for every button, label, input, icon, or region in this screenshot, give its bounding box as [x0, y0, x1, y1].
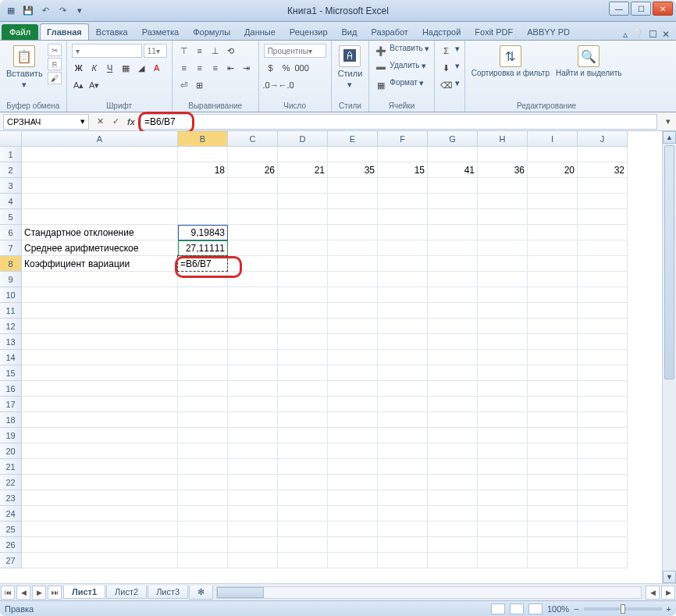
normal-view-button[interactable] — [491, 604, 505, 614]
grid[interactable]: A B C D E F G H I J — [0, 131, 676, 147]
cell[interactable] — [578, 553, 628, 568]
cell[interactable] — [278, 490, 328, 506]
cell[interactable] — [378, 147, 428, 162]
cell[interactable] — [528, 319, 578, 334]
cell[interactable]: 18 — [178, 162, 228, 178]
cell[interactable] — [278, 350, 328, 365]
cell[interactable] — [278, 428, 328, 443]
hscroll-right-button[interactable]: ▶ — [661, 586, 675, 600]
tab-data[interactable]: Данные — [237, 23, 283, 40]
cell[interactable] — [578, 209, 628, 225]
cell[interactable] — [328, 506, 378, 522]
row-header-26[interactable]: 26 — [0, 537, 22, 553]
cell[interactable] — [178, 506, 228, 522]
cell[interactable] — [278, 334, 328, 350]
cell[interactable] — [22, 287, 178, 303]
help-icon[interactable]: ❔ — [632, 29, 644, 40]
cell[interactable] — [428, 459, 478, 475]
cell[interactable] — [378, 287, 428, 303]
cell[interactable] — [22, 350, 178, 365]
cut-button[interactable]: ✂ — [48, 44, 62, 56]
cell[interactable] — [22, 490, 178, 506]
cell[interactable] — [378, 397, 428, 412]
cell[interactable] — [428, 209, 478, 225]
font-family-select[interactable]: ▾ — [72, 44, 142, 58]
sort-filter-button[interactable]: ⇅ Сортировка и фильтр — [470, 44, 551, 79]
cell[interactable]: 15 — [378, 162, 428, 178]
cell[interactable] — [578, 194, 628, 209]
cell[interactable] — [328, 178, 378, 194]
cell[interactable] — [228, 443, 278, 459]
cell[interactable] — [278, 459, 328, 475]
enter-formula-button[interactable]: ✓ — [108, 114, 123, 130]
cell[interactable] — [22, 537, 178, 553]
next-sheet-button[interactable]: ▶ — [32, 586, 46, 600]
cell[interactable] — [378, 240, 428, 256]
tab-home[interactable]: Главная — [40, 23, 89, 40]
cell[interactable] — [178, 443, 228, 459]
cell[interactable] — [528, 428, 578, 443]
cell[interactable] — [528, 381, 578, 397]
cell[interactable] — [328, 365, 378, 381]
row-header-2[interactable]: 2 — [0, 162, 22, 178]
cell[interactable] — [178, 365, 228, 381]
delete-cells-button[interactable]: ➖ — [374, 61, 388, 75]
col-header-B[interactable]: B — [178, 131, 228, 147]
cell[interactable] — [378, 506, 428, 522]
cell[interactable] — [278, 475, 328, 490]
cell[interactable]: 20 — [528, 162, 578, 178]
cell[interactable] — [378, 522, 428, 537]
cell[interactable] — [578, 287, 628, 303]
merge-button[interactable]: ⊞ — [193, 78, 207, 92]
cell[interactable] — [228, 365, 278, 381]
row-header-24[interactable]: 24 — [0, 506, 22, 522]
cell[interactable] — [328, 209, 378, 225]
cell[interactable] — [428, 443, 478, 459]
cell[interactable] — [528, 287, 578, 303]
fill-color-button[interactable]: ◢ — [134, 61, 148, 75]
cell[interactable] — [478, 490, 528, 506]
styles-button[interactable]: 🅰 Стили ▾ — [336, 44, 365, 91]
cell[interactable] — [428, 412, 478, 428]
cell[interactable] — [528, 553, 578, 568]
cell[interactable] — [178, 412, 228, 428]
cell[interactable] — [178, 553, 228, 568]
cell[interactable] — [228, 459, 278, 475]
cell[interactable] — [478, 319, 528, 334]
cell[interactable] — [428, 428, 478, 443]
col-header-E[interactable]: E — [328, 131, 378, 147]
prev-sheet-button[interactable]: ◀ — [16, 586, 30, 600]
cell[interactable] — [178, 397, 228, 412]
save-button[interactable]: 💾 — [20, 3, 36, 19]
cell[interactable] — [478, 209, 528, 225]
cell[interactable] — [428, 225, 478, 240]
comma-button[interactable]: 000 — [295, 61, 309, 75]
row-header-21[interactable]: 21 — [0, 459, 22, 475]
tab-formulas[interactable]: Формулы — [186, 23, 237, 40]
cell[interactable] — [528, 272, 578, 287]
cell[interactable] — [22, 459, 178, 475]
row-header-25[interactable]: 25 — [0, 522, 22, 537]
cell[interactable] — [578, 350, 628, 365]
insert-function-button[interactable]: fx — [123, 114, 139, 130]
cell[interactable] — [328, 459, 378, 475]
cell[interactable] — [428, 319, 478, 334]
increase-font-button[interactable]: A▴ — [72, 78, 86, 92]
cell[interactable] — [478, 459, 528, 475]
page-layout-view-button[interactable] — [510, 604, 524, 614]
cell[interactable] — [178, 459, 228, 475]
cell[interactable] — [278, 397, 328, 412]
cell[interactable]: Коэффициент вариации — [22, 256, 178, 272]
format-cells-button[interactable]: ▦ — [374, 78, 388, 92]
cell[interactable] — [528, 194, 578, 209]
cell[interactable] — [178, 287, 228, 303]
hscroll-left-button[interactable]: ◀ — [646, 586, 660, 600]
cell[interactable] — [478, 397, 528, 412]
tab-abbyy[interactable]: ABBYY PD — [520, 23, 577, 40]
workbook-close-icon[interactable]: ✕ — [662, 29, 670, 40]
cell[interactable] — [478, 428, 528, 443]
cell[interactable] — [478, 553, 528, 568]
row-header-22[interactable]: 22 — [0, 475, 22, 490]
cell[interactable] — [378, 490, 428, 506]
cell[interactable] — [328, 475, 378, 490]
